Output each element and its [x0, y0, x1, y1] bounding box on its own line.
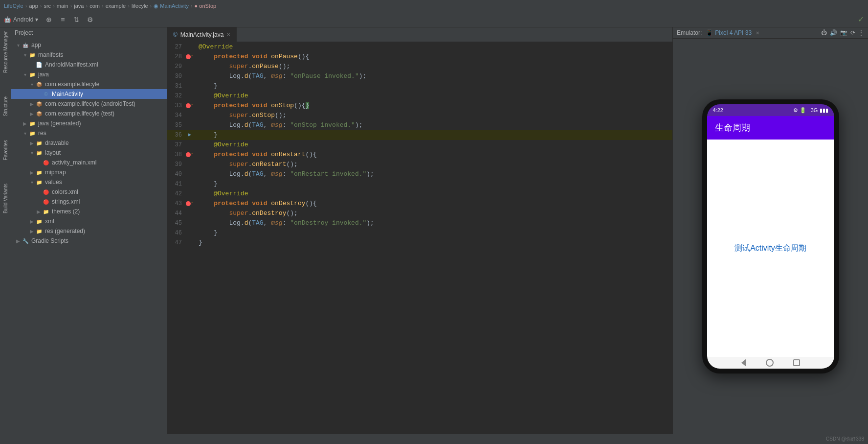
list-icon[interactable]: ≡	[58, 15, 67, 24]
breadcrumb-item-com[interactable]: com	[89, 3, 100, 9]
tree-item-values[interactable]: ▾ 📁 values	[11, 177, 167, 187]
nav-back-button[interactable]	[741, 359, 746, 367]
signal-bars-icon: ▮▮▮	[820, 107, 828, 113]
close-tab-button[interactable]: ✕	[226, 32, 230, 37]
tree-item-mainactivity[interactable]: © MainActivity	[11, 89, 167, 99]
tree-item-colors[interactable]: 🔴 colors.xml	[11, 187, 167, 197]
breadcrumb-item-main[interactable]: main	[57, 3, 68, 9]
line-code-39: super.onRestart();	[195, 160, 672, 169]
breadcrumb-item-src[interactable]: src	[44, 3, 51, 9]
target-icon[interactable]: ⊕	[44, 15, 54, 24]
tree-label-manifests: manifests	[38, 51, 63, 58]
line-code-34: super.onStop();	[195, 111, 672, 120]
breadcrumb-item-lifecyle2[interactable]: lifecyle	[132, 3, 148, 9]
folder-icon-values: 📁	[35, 178, 43, 186]
expand-arrow-package[interactable]: ▾	[28, 82, 35, 87]
breadcrumb-item-mainactivity[interactable]: ◉ MainActivity	[154, 3, 189, 9]
settings-icon[interactable]: ⚙	[85, 15, 95, 24]
more-options-icon[interactable]: ⋮	[858, 29, 864, 36]
line-number-43: 43	[167, 199, 185, 209]
expand-arrow-xml[interactable]: ▶	[28, 219, 35, 224]
expand-arrow-manifests[interactable]: ▾	[22, 52, 28, 58]
xml-icon-colors: 🔴	[42, 188, 50, 196]
code-line-44: 44 super.onDestroy();	[167, 209, 672, 218]
tree-item-androidtest[interactable]: ▶ 📦 com.example.lifecyle (androidTest)	[11, 99, 167, 109]
breadcrumb-item-onstop[interactable]: ● onStop	[195, 3, 217, 9]
tree-label-values: values	[45, 179, 62, 186]
code-line-36: 36 ▶ }	[167, 130, 672, 140]
breadcrumb-item-lifecyle[interactable]: LifeCyle	[4, 3, 23, 9]
breadcrumb-item-java[interactable]: java	[74, 3, 84, 9]
expand-arrow-test[interactable]: ▶	[28, 111, 35, 117]
tree-item-activity-main[interactable]: 🔴 activity_main.xml	[11, 158, 167, 167]
expand-arrow-gradle[interactable]: ▶	[15, 238, 22, 244]
expand-arrow-mipmap[interactable]: ▶	[28, 170, 35, 175]
nav-home-button[interactable]	[766, 359, 774, 367]
tree-item-test[interactable]: ▶ 📦 com.example.lifecyle (test)	[11, 109, 167, 118]
line-code-37: @Override	[195, 140, 672, 150]
expand-arrow-app[interactable]: ▾	[15, 43, 22, 48]
close-emulator-button[interactable]: ✕	[756, 30, 759, 36]
left-tab-build-variants[interactable]: Build Variants	[2, 182, 9, 215]
tree-item-gradle[interactable]: ▶ 🔧 Gradle Scripts	[11, 236, 167, 246]
tree-item-layout[interactable]: ▾ 📁 layout	[11, 148, 167, 158]
line-number-32: 32	[167, 91, 185, 101]
breakpoint-43[interactable]	[186, 201, 191, 206]
tree-item-androidmanifest[interactable]: 📄 AndroidManifest.xml	[11, 60, 167, 70]
emulator-action-icons: ⏻ 🔊 📷 ⟳ ⋮	[821, 29, 864, 36]
tree-item-com-example-lifecyle[interactable]: ▾ 📦 com.example.lifecyle	[11, 79, 167, 89]
expand-arrow-res-gen[interactable]: ▶	[28, 229, 35, 234]
diff-icon[interactable]: ⇅	[71, 15, 81, 24]
expand-arrow-themes[interactable]: ▶	[35, 209, 42, 214]
sidebar-header: Project	[11, 27, 167, 38]
android-selector[interactable]: 🤖 Android ▾	[4, 16, 38, 23]
expand-arrow-values[interactable]: ▾	[28, 180, 35, 185]
tree-item-res-generated[interactable]: ▶ 📁 res (generated)	[11, 226, 167, 236]
folder-icon-mipmap: 📁	[35, 168, 43, 176]
folder-icon-res-gen: 📁	[35, 227, 43, 235]
android-label: Android	[13, 16, 33, 23]
expand-arrow-java[interactable]: ▾	[22, 72, 28, 77]
expand-arrow-java-gen[interactable]: ▶	[22, 121, 28, 126]
tree-item-java-generated[interactable]: ▶ 📁 java (generated)	[11, 118, 167, 128]
expand-arrow-androidtest[interactable]: ▶	[28, 101, 35, 107]
code-line-46: 46 }	[167, 228, 672, 238]
tree-item-drawable[interactable]: ▶ 📁 drawable	[11, 138, 167, 148]
line-gutter-39	[185, 160, 195, 169]
tree-item-res[interactable]: ▾ 📁 res	[11, 128, 167, 138]
arrow-none-colors	[35, 189, 42, 195]
rotate-icon[interactable]: ⟳	[850, 29, 855, 36]
tree-item-mipmap[interactable]: ▶ 📁 mipmap	[11, 167, 167, 177]
breadcrumb: LifeCyle › app › src › main › java › com…	[0, 0, 868, 12]
tree-label-gradle: Gradle Scripts	[31, 237, 68, 244]
nav-recents-button[interactable]	[793, 359, 800, 366]
left-tab-resource-manager[interactable]: Resource Manager	[2, 29, 9, 75]
code-editor[interactable]: 27 @Override 28 ↑ protected void onPause…	[167, 42, 672, 434]
tab-icon-java: ©	[173, 31, 178, 38]
line-gutter-37	[185, 140, 195, 150]
expand-arrow-layout[interactable]: ▾	[28, 150, 35, 156]
expand-arrow-drawable[interactable]: ▶	[28, 140, 35, 146]
tree-item-xml[interactable]: ▶ 📁 xml	[11, 216, 167, 226]
tree-item-java[interactable]: ▾ 📁 java	[11, 70, 167, 79]
expand-arrow-res[interactable]: ▾	[22, 131, 28, 136]
gutter-arrow-28: ↑	[191, 52, 194, 62]
power-icon[interactable]: ⏻	[821, 29, 827, 36]
left-tab-favorites[interactable]: Favorites	[2, 138, 9, 162]
breakpoint-38[interactable]	[186, 152, 191, 157]
tree-item-app[interactable]: ▾ 🤖 app	[11, 40, 167, 50]
tree-label-colors: colors.xml	[52, 188, 78, 195]
tree-item-manifests[interactable]: ▾ 📁 manifests	[11, 50, 167, 60]
editor-tab-mainactivity[interactable]: © MainActivity.java ✕	[167, 27, 237, 42]
left-tab-structure[interactable]: Structure	[2, 94, 9, 118]
breadcrumb-item-example[interactable]: example	[106, 3, 126, 9]
breadcrumb-item-app[interactable]: app	[29, 3, 38, 9]
volume-icon[interactable]: 🔊	[830, 29, 837, 36]
breakpoint-28[interactable]	[186, 54, 191, 59]
emulator-device-selector[interactable]: 📱 Pixel 4 API 33 ✕	[706, 29, 759, 36]
snapshot-icon[interactable]: 📷	[840, 29, 847, 36]
editor-area: © MainActivity.java ✕ 27 @Override 28 ↑ …	[167, 27, 672, 434]
tree-item-strings[interactable]: 🔴 strings.xml	[11, 197, 167, 207]
tree-item-themes[interactable]: ▶ 📁 themes (2)	[11, 207, 167, 216]
breakpoint-33[interactable]	[186, 103, 191, 108]
